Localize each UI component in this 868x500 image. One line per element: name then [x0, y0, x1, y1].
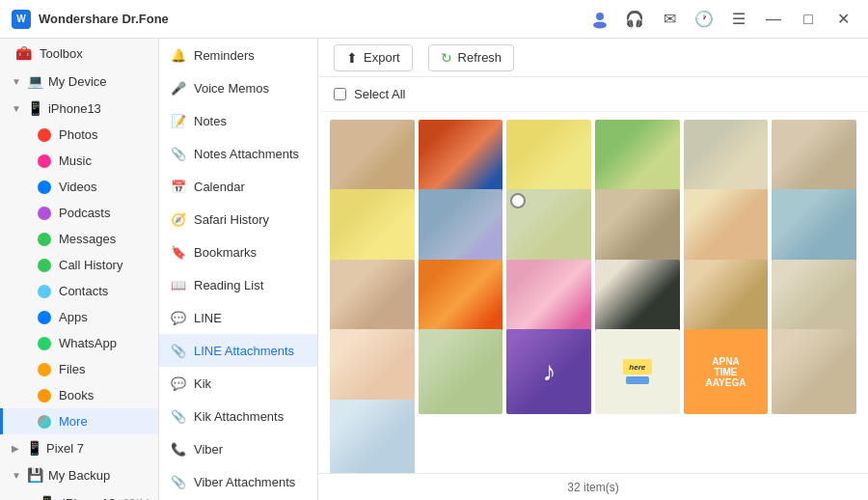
- close-button[interactable]: ✕: [829, 6, 856, 33]
- content-toolbar: ⬆ Export ↻ Refresh: [318, 39, 868, 77]
- middle-item-bookmarks[interactable]: 🔖 Bookmarks: [159, 236, 317, 268]
- sidebar-item-my-device[interactable]: ▼ 💻 My Device: [0, 68, 158, 95]
- kik-attachments-icon: 📎: [171, 408, 186, 424]
- sidebar-label-apps: Apps: [59, 310, 88, 324]
- headset-icon[interactable]: 🎧: [621, 6, 648, 33]
- sidebar-label-books: Books: [59, 388, 94, 403]
- sidebar-item-more[interactable]: More: [0, 408, 158, 434]
- more-dot: [38, 415, 51, 429]
- middle-label-calendar: Calendar: [194, 180, 245, 194]
- books-dot: [38, 389, 51, 403]
- photo-item[interactable]: [330, 400, 415, 473]
- photo-item[interactable]: [772, 329, 856, 414]
- calendar-icon: 📅: [171, 179, 186, 194]
- iphone13-icon: 📱: [27, 99, 44, 117]
- middle-item-line[interactable]: 💬 LINE: [159, 301, 317, 334]
- middle-item-calendar[interactable]: 📅 Calendar: [159, 170, 317, 203]
- videos-dot: [38, 181, 51, 194]
- middle-panel: 🔔 Reminders 🎤 Voice Memos 📝 Notes 📎 Note…: [159, 39, 318, 500]
- files-dot: [38, 363, 51, 376]
- call-history-dot: [38, 259, 51, 272]
- sidebar-item-books[interactable]: Books: [0, 382, 158, 408]
- sidebar-item-files[interactable]: Files: [0, 356, 158, 382]
- profile-icon[interactable]: [586, 6, 613, 33]
- sidebar-label-pixel7: Pixel 7: [46, 441, 84, 456]
- photo-item[interactable]: here: [595, 329, 680, 414]
- sidebar-item-music[interactable]: Music: [0, 148, 158, 174]
- podcasts-dot: [38, 207, 51, 220]
- notes-icon: 📝: [171, 113, 186, 128]
- sidebar-item-toolbox[interactable]: 🧰 Toolbox: [0, 39, 158, 68]
- middle-label-notes: Notes: [194, 114, 227, 128]
- sidebar-label-call-history: Call History: [59, 258, 122, 272]
- content-panel: ⬆ Export ↻ Refresh Select All: [318, 39, 868, 500]
- line-icon: 💬: [171, 310, 186, 325]
- refresh-button[interactable]: ↻ Refresh: [428, 44, 515, 71]
- middle-item-notes-attachments[interactable]: 📎 Notes Attachments: [159, 137, 317, 170]
- sidebar-item-whatsapp[interactable]: WhatsApp: [0, 330, 158, 356]
- history-icon[interactable]: 🕐: [691, 6, 718, 33]
- sidebar-item-podcasts[interactable]: Podcasts: [0, 200, 158, 226]
- middle-item-viber-attachments[interactable]: 📎 Viber Attachments: [159, 465, 317, 498]
- middle-label-line: LINE: [194, 311, 222, 325]
- sidebar-item-messages[interactable]: Messages: [0, 226, 158, 252]
- select-all-checkbox[interactable]: [334, 88, 346, 100]
- middle-item-notes[interactable]: 📝 Notes: [159, 104, 317, 137]
- menu-icon[interactable]: ☰: [725, 6, 752, 33]
- sidebar-item-contacts[interactable]: Contacts: [0, 278, 158, 304]
- mail-icon[interactable]: ✉: [656, 6, 683, 33]
- middle-item-line-attachments[interactable]: 📎 LINE Attachments: [159, 334, 317, 367]
- photo-item[interactable]: ♪: [506, 329, 591, 414]
- middle-label-safari-history: Safari History: [194, 212, 269, 227]
- svg-point-0: [596, 13, 604, 20]
- middle-label-viber-attachments: Viber Attachments: [194, 475, 295, 489]
- middle-item-viber[interactable]: 📞 Viber: [159, 432, 317, 465]
- middle-label-notes-attachments: Notes Attachments: [194, 147, 299, 161]
- titlebar: W Wondershare Dr.Fone 🎧 ✉ 🕐 ☰ — □ ✕: [0, 0, 868, 39]
- sidebar-label-messages: Messages: [59, 232, 116, 246]
- music-dot: [38, 154, 51, 168]
- sidebar-item-iphone13[interactable]: ▼ 📱 iPhone13: [0, 95, 158, 122]
- sidebar-item-apps[interactable]: Apps: [0, 304, 158, 330]
- sidebar-item-videos[interactable]: Videos: [0, 174, 158, 200]
- app-title: Wondershare Dr.Fone: [39, 12, 586, 26]
- notes-attachments-icon: 📎: [171, 146, 186, 161]
- line-attachments-icon: 📎: [171, 343, 186, 358]
- apps-dot: [38, 311, 51, 324]
- whatsapp-dot: [38, 337, 51, 350]
- middle-item-reading-list[interactable]: 📖 Reading List: [159, 268, 317, 301]
- middle-label-reminders: Reminders: [194, 48, 255, 63]
- sidebar-item-pixel7[interactable]: ▶ 📱 Pixel 7: [0, 434, 158, 461]
- photo-item[interactable]: APNATIMEAAYEGA: [684, 329, 769, 414]
- my-device-icon: 💻: [27, 72, 44, 90]
- sidebar-label-whatsapp: WhatsApp: [59, 336, 117, 350]
- viber-attachments-icon: 📎: [171, 474, 186, 489]
- middle-item-voice-memos[interactable]: 🎤 Voice Memos: [159, 71, 317, 104]
- select-all-label[interactable]: Select All: [334, 87, 405, 101]
- middle-item-reminders[interactable]: 🔔 Reminders: [159, 39, 317, 71]
- middle-label-viber: Viber: [194, 442, 223, 457]
- sidebar-label-iphone13: iPhone13: [48, 101, 101, 116]
- middle-item-kik-attachments[interactable]: 📎 Kik Attachments: [159, 400, 317, 432]
- bookmarks-icon: 🔖: [171, 244, 186, 260]
- middle-label-line-attachments: LINE Attachments: [194, 344, 294, 358]
- middle-item-safari-history[interactable]: 🧭 Safari History: [159, 203, 317, 236]
- reading-list-icon: 📖: [171, 277, 186, 292]
- photos-dot: [38, 128, 51, 142]
- sidebar-item-photos[interactable]: Photos: [0, 122, 158, 148]
- photo-item[interactable]: [419, 329, 503, 414]
- sidebar-item-my-backup[interactable]: ▼ 💾 My Backup: [0, 461, 158, 488]
- sidebar-item-call-history[interactable]: Call History: [0, 252, 158, 278]
- svg-point-1: [593, 21, 607, 28]
- maximize-button[interactable]: □: [795, 6, 822, 33]
- middle-item-kik[interactable]: 💬 Kik: [159, 367, 317, 400]
- export-button[interactable]: ⬆ Export: [334, 44, 413, 71]
- minimize-button[interactable]: —: [760, 6, 787, 33]
- sidebar-label-contacts: Contacts: [59, 284, 108, 298]
- reminders-icon: 🔔: [171, 47, 186, 63]
- middle-label-reading-list: Reading List: [194, 278, 263, 292]
- middle-label-voice-memos: Voice Memos: [194, 81, 269, 96]
- safari-history-icon: 🧭: [171, 211, 186, 227]
- chevron-down-icon2: ▼: [12, 103, 21, 114]
- sidebar-item-iphone13-backup[interactable]: 📱 iPhone13 03/14: [0, 488, 158, 500]
